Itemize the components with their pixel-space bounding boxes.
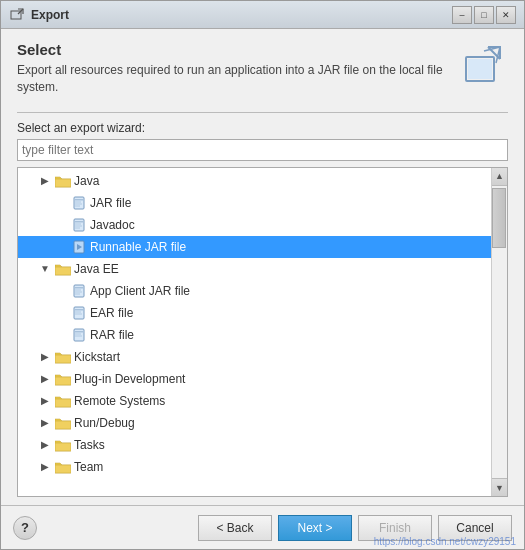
header-divider — [17, 112, 508, 113]
export-dialog: Export – □ ✕ Select Export all resources… — [0, 0, 525, 550]
tree-label-remote-systems: Remote Systems — [74, 394, 165, 408]
svg-rect-26 — [74, 329, 84, 341]
help-button[interactable]: ? — [13, 516, 37, 540]
maximize-button[interactable]: □ — [474, 6, 494, 24]
expander-kickstart[interactable]: ▶ — [38, 350, 52, 364]
svg-rect-23 — [75, 309, 83, 311]
svg-rect-16 — [55, 267, 71, 275]
watermark: https://blog.csdn.net/cwzy29151 — [374, 536, 516, 547]
tree-item-tasks[interactable]: ▶ Tasks — [18, 434, 491, 456]
tree-label-runnable-jar: Runnable JAR file — [90, 240, 186, 254]
folder-plugin-dev-icon — [55, 371, 71, 387]
tree-label-run-debug: Run/Debug — [74, 416, 135, 430]
folder-java-ee-icon — [55, 261, 71, 277]
expander-plugin-dev[interactable]: ▶ — [38, 372, 52, 386]
folder-run-debug-icon — [55, 415, 71, 431]
svg-rect-29 — [75, 335, 82, 336]
svg-rect-9 — [74, 219, 84, 231]
tree-label-app-client-jar: App Client JAR file — [90, 284, 190, 298]
tree-label-javadoc: Javadoc — [90, 218, 135, 232]
tree-item-kickstart[interactable]: ▶ Kickstart — [18, 346, 491, 368]
svg-rect-24 — [75, 311, 81, 312]
tree-label-tasks: Tasks — [74, 438, 105, 452]
tree-item-plugin-dev[interactable]: ▶ Plug-in Development — [18, 368, 491, 390]
svg-rect-31 — [55, 377, 71, 385]
svg-rect-22 — [74, 307, 84, 319]
filter-label: Select an export wizard: — [17, 121, 508, 135]
svg-rect-10 — [75, 221, 83, 223]
header-export-icon — [460, 41, 508, 89]
rar-file-icon — [71, 327, 87, 343]
svg-rect-27 — [75, 331, 83, 333]
tree-item-java[interactable]: ▶ Java — [18, 170, 491, 192]
svg-rect-11 — [75, 223, 81, 224]
svg-rect-5 — [75, 199, 83, 201]
app-client-jar-icon — [71, 283, 87, 299]
svg-rect-13 — [75, 227, 80, 228]
scrollbar-track[interactable]: ▲ ▼ — [491, 168, 507, 496]
svg-rect-2 — [468, 59, 492, 79]
main-content: Select Export all resources required to … — [1, 29, 524, 505]
runnable-jar-icon — [71, 239, 87, 255]
tree-label-java: Java — [74, 174, 99, 188]
expander-java[interactable]: ▶ — [38, 174, 52, 188]
javadoc-icon — [71, 217, 87, 233]
tree-label-jar-file: JAR file — [90, 196, 131, 210]
ear-file-icon — [71, 305, 87, 321]
svg-rect-35 — [55, 465, 71, 473]
window-title: Export — [31, 8, 452, 22]
svg-rect-6 — [75, 201, 81, 202]
next-button[interactable]: Next > — [278, 515, 352, 541]
svg-rect-7 — [75, 203, 82, 204]
folder-java-icon — [55, 173, 71, 189]
tree-item-javadoc[interactable]: Javadoc — [18, 214, 491, 236]
header-section: Select Export all resources required to … — [17, 41, 508, 96]
back-button[interactable]: < Back — [198, 515, 272, 541]
section-description: Export all resources required to run an … — [17, 62, 448, 96]
tree-label-kickstart: Kickstart — [74, 350, 120, 364]
tree-item-ear-file[interactable]: EAR file — [18, 302, 491, 324]
header-text: Select Export all resources required to … — [17, 41, 448, 96]
tree-item-remote-systems[interactable]: ▶ Remote Systems — [18, 390, 491, 412]
tree-item-runnable-jar[interactable]: Runnable JAR file — [18, 236, 491, 258]
svg-rect-28 — [75, 333, 81, 334]
expander-run-debug[interactable]: ▶ — [38, 416, 52, 430]
tree-label-java-ee: Java EE — [74, 262, 119, 276]
footer-bar: ? < Back Next > Finish Cancel https://bl… — [1, 505, 524, 549]
expander-remote-systems[interactable]: ▶ — [38, 394, 52, 408]
minimize-button[interactable]: – — [452, 6, 472, 24]
tree-item-java-ee[interactable]: ▼ Java EE — [18, 258, 491, 280]
tree-item-team[interactable]: ▶ Team — [18, 456, 491, 478]
svg-rect-8 — [75, 205, 80, 206]
tree-item-rar-file[interactable]: RAR file — [18, 324, 491, 346]
expander-team[interactable]: ▶ — [38, 460, 52, 474]
expander-tasks[interactable]: ▶ — [38, 438, 52, 452]
filter-input[interactable] — [17, 139, 508, 161]
tree-item-jar-file[interactable]: JAR file — [18, 192, 491, 214]
svg-rect-30 — [55, 355, 71, 363]
section-title: Select — [17, 41, 448, 58]
tree-item-app-client-jar[interactable]: App Client JAR file — [18, 280, 491, 302]
svg-rect-3 — [55, 179, 71, 187]
tree-label-team: Team — [74, 460, 103, 474]
tree-label-ear-file: EAR file — [90, 306, 133, 320]
svg-rect-17 — [74, 285, 84, 297]
tree-item-run-debug[interactable]: ▶ Run/Debug — [18, 412, 491, 434]
tree-label-plugin-dev: Plug-in Development — [74, 372, 185, 386]
jar-file-icon — [71, 195, 87, 211]
svg-rect-4 — [74, 197, 84, 209]
svg-rect-19 — [75, 289, 81, 290]
export-wizard-tree[interactable]: ▶ Java — [17, 167, 508, 497]
close-button[interactable]: ✕ — [496, 6, 516, 24]
tree-inner: ▶ Java — [18, 168, 491, 480]
folder-team-icon — [55, 459, 71, 475]
svg-rect-12 — [75, 225, 82, 226]
svg-rect-18 — [75, 287, 83, 289]
expander-java-ee[interactable]: ▼ — [38, 262, 52, 276]
tree-label-rar-file: RAR file — [90, 328, 134, 342]
window-icon — [9, 7, 25, 23]
folder-kickstart-icon — [55, 349, 71, 365]
folder-remote-systems-icon — [55, 393, 71, 409]
scrollbar-thumb[interactable] — [492, 188, 506, 248]
svg-rect-25 — [75, 313, 82, 314]
